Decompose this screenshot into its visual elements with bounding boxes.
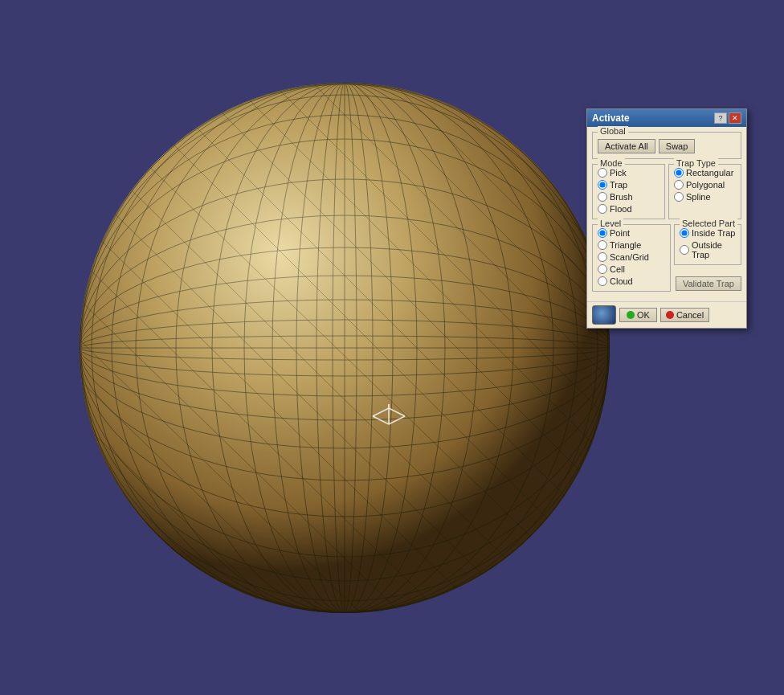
mode-pick-item[interactable]: Pick [598,168,659,178]
svg-line-40 [80,541,160,613]
outside-trap-label: Outside Trap [692,240,736,260]
trap-polygonal-radio[interactable] [674,180,684,190]
mode-brush-label: Brush [610,192,633,202]
level-selected-row: Level Point Triangle Scan/Grid [592,224,741,296]
level-cell-radio[interactable] [598,264,607,274]
outside-trap-radio[interactable] [680,245,689,255]
mode-brush-radio[interactable] [598,192,607,202]
level-triangle-label: Triangle [610,240,641,250]
titlebar-buttons: ? ✕ [714,112,741,124]
activate-all-button[interactable]: Activate All [598,139,655,153]
dialog-titlebar: Activate ? ✕ [587,109,746,127]
trap-type-label: Trap Type [674,158,718,168]
mode-trap-label: Trap [610,180,627,190]
level-cloud-radio[interactable] [598,276,607,286]
validate-trap-button[interactable]: Validate Trap [676,276,741,291]
sphere-container [71,75,618,621]
ok-label: OK [637,310,650,320]
level-point-radio[interactable] [598,228,607,238]
selected-part-group: Selected Part Inside Trap Outside Trap [674,224,741,265]
viewport [0,0,784,695]
activate-dialog: Activate ? ✕ Global Activate All Swap Mo… [586,108,747,329]
trap-spline-item[interactable]: Spline [674,192,736,202]
mode-label: Mode [598,158,625,168]
trap-type-radio-group: Rectangular Polygonal Spline [674,168,736,202]
cancel-icon [666,311,674,319]
level-triangle-radio[interactable] [598,240,607,250]
mode-brush-item[interactable]: Brush [598,192,659,202]
outside-trap-item[interactable]: Outside Trap [680,240,736,260]
selected-part-label: Selected Part [680,219,737,228]
trap-polygonal-item[interactable]: Polygonal [674,180,736,190]
swap-button[interactable]: Swap [659,139,696,153]
cancel-label: Cancel [676,310,704,320]
validate-btn-row: Validate Trap [674,276,741,291]
inside-trap-radio[interactable] [680,228,689,238]
level-point-item[interactable]: Point [598,228,665,238]
global-label: Global [598,126,628,136]
trap-rectangular-radio[interactable] [674,168,684,178]
trap-rectangular-label: Rectangular [686,168,733,178]
trap-spline-label: Spline [686,192,711,202]
level-radio-group: Point Triangle Scan/Grid Cell [598,228,665,286]
level-cloud-item[interactable]: Cloud [598,276,665,286]
inside-trap-item[interactable]: Inside Trap [680,228,736,238]
global-group: Global Activate All Swap [592,132,741,159]
level-scangrid-item[interactable]: Scan/Grid [598,252,665,262]
trap-rectangular-item[interactable]: Rectangular [674,168,736,178]
selected-part-radio-group: Inside Trap Outside Trap [680,228,736,260]
ok-icon [627,311,635,319]
mode-pick-label: Pick [610,168,627,178]
mode-radio-group: Pick Trap Brush Flood [598,168,659,214]
mode-traptype-row: Mode Pick Trap Brush [592,164,741,224]
mode-trap-item[interactable]: Trap [598,180,659,190]
level-scangrid-label: Scan/Grid [610,252,649,262]
trap-spline-radio[interactable] [674,192,684,202]
cancel-button[interactable]: Cancel [660,308,709,322]
trap-type-group: Trap Type Rectangular Polygonal Spline [668,164,741,219]
level-label: Level [598,219,623,228]
selected-part-column: Selected Part Inside Trap Outside Trap V [674,224,741,296]
dialog-body: Global Activate All Swap Mode Pick Trap [587,127,746,301]
inside-trap-label: Inside Trap [692,228,735,238]
ok-button[interactable]: OK [619,308,657,322]
dialog-footer: OK Cancel [587,301,746,328]
trap-polygonal-label: Polygonal [686,180,725,190]
level-group: Level Point Triangle Scan/Grid [592,224,671,292]
svg-point-51 [80,83,610,613]
mode-flood-radio[interactable] [598,204,607,214]
footer-preview [592,305,616,325]
svg-line-50 [594,83,610,99]
mode-trap-radio[interactable] [598,180,607,190]
level-cloud-label: Cloud [610,276,633,286]
dialog-title: Activate [592,112,630,124]
help-button[interactable]: ? [714,112,727,124]
mode-flood-item[interactable]: Flood [598,204,659,214]
level-triangle-item[interactable]: Triangle [598,240,665,250]
mode-pick-radio[interactable] [598,168,607,178]
level-point-label: Point [610,228,630,238]
mode-flood-label: Flood [610,204,632,214]
level-cell-label: Cell [610,264,625,274]
mode-group: Mode Pick Trap Brush [592,164,665,219]
level-scangrid-radio[interactable] [598,252,607,262]
global-buttons: Activate All Swap [598,139,736,153]
level-cell-item[interactable]: Cell [598,264,665,274]
close-button[interactable]: ✕ [729,112,741,124]
